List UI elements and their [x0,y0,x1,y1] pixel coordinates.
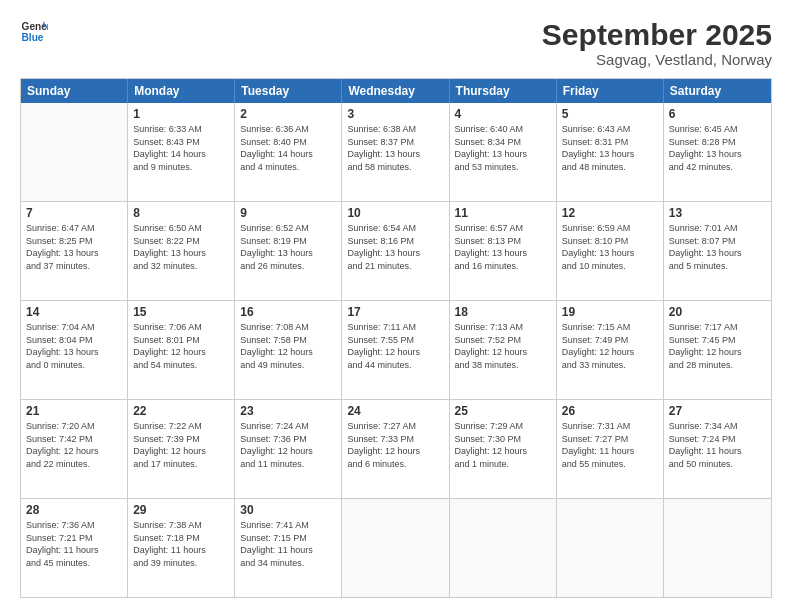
day-number: 9 [240,206,336,220]
sunset-text: Sunset: 8:04 PM [26,334,122,347]
day-cell-9: 9Sunrise: 6:52 AMSunset: 8:19 PMDaylight… [235,202,342,300]
header-day-saturday: Saturday [664,79,771,103]
day-number: 15 [133,305,229,319]
day-number: 23 [240,404,336,418]
day-cell-3: 3Sunrise: 6:38 AMSunset: 8:37 PMDaylight… [342,103,449,201]
subtitle: Sagvag, Vestland, Norway [542,51,772,68]
daylight-text-2: and 17 minutes. [133,458,229,471]
sunset-text: Sunset: 7:30 PM [455,433,551,446]
sunset-text: Sunset: 8:37 PM [347,136,443,149]
sunrise-text: Sunrise: 6:43 AM [562,123,658,136]
sunrise-text: Sunrise: 7:34 AM [669,420,766,433]
sunrise-text: Sunrise: 6:47 AM [26,222,122,235]
day-cell-1: 1Sunrise: 6:33 AMSunset: 8:43 PMDaylight… [128,103,235,201]
day-number: 7 [26,206,122,220]
sunrise-text: Sunrise: 7:24 AM [240,420,336,433]
daylight-text: Daylight: 11 hours [562,445,658,458]
sunset-text: Sunset: 8:16 PM [347,235,443,248]
sunset-text: Sunset: 8:34 PM [455,136,551,149]
sunrise-text: Sunrise: 7:01 AM [669,222,766,235]
sunrise-text: Sunrise: 6:38 AM [347,123,443,136]
day-number: 29 [133,503,229,517]
header-day-wednesday: Wednesday [342,79,449,103]
daylight-text-2: and 0 minutes. [26,359,122,372]
sunrise-text: Sunrise: 6:40 AM [455,123,551,136]
daylight-text: Daylight: 11 hours [26,544,122,557]
daylight-text-2: and 53 minutes. [455,161,551,174]
daylight-text-2: and 5 minutes. [669,260,766,273]
day-cell-12: 12Sunrise: 6:59 AMSunset: 8:10 PMDayligh… [557,202,664,300]
daylight-text-2: and 37 minutes. [26,260,122,273]
sunset-text: Sunset: 7:36 PM [240,433,336,446]
sunrise-text: Sunrise: 7:36 AM [26,519,122,532]
day-cell-17: 17Sunrise: 7:11 AMSunset: 7:55 PMDayligh… [342,301,449,399]
calendar: SundayMondayTuesdayWednesdayThursdayFrid… [20,78,772,598]
header-day-sunday: Sunday [21,79,128,103]
sunrise-text: Sunrise: 7:22 AM [133,420,229,433]
sunrise-text: Sunrise: 7:13 AM [455,321,551,334]
daylight-text-2: and 6 minutes. [347,458,443,471]
sunset-text: Sunset: 8:40 PM [240,136,336,149]
day-number: 6 [669,107,766,121]
day-cell-10: 10Sunrise: 6:54 AMSunset: 8:16 PMDayligh… [342,202,449,300]
daylight-text-2: and 42 minutes. [669,161,766,174]
day-number: 18 [455,305,551,319]
daylight-text: Daylight: 13 hours [133,247,229,260]
daylight-text: Daylight: 12 hours [562,346,658,359]
header-day-monday: Monday [128,79,235,103]
daylight-text-2: and 38 minutes. [455,359,551,372]
sunrise-text: Sunrise: 7:11 AM [347,321,443,334]
daylight-text-2: and 22 minutes. [26,458,122,471]
empty-cell [342,499,449,597]
day-number: 12 [562,206,658,220]
daylight-text: Daylight: 11 hours [669,445,766,458]
week-row-2: 7Sunrise: 6:47 AMSunset: 8:25 PMDaylight… [21,201,771,300]
sunset-text: Sunset: 8:01 PM [133,334,229,347]
sunrise-text: Sunrise: 6:59 AM [562,222,658,235]
sunset-text: Sunset: 8:22 PM [133,235,229,248]
daylight-text-2: and 58 minutes. [347,161,443,174]
daylight-text: Daylight: 13 hours [455,247,551,260]
sunrise-text: Sunrise: 6:36 AM [240,123,336,136]
week-row-5: 28Sunrise: 7:36 AMSunset: 7:21 PMDayligh… [21,498,771,597]
day-cell-4: 4Sunrise: 6:40 AMSunset: 8:34 PMDaylight… [450,103,557,201]
sunrise-text: Sunrise: 7:29 AM [455,420,551,433]
svg-text:Blue: Blue [22,32,44,43]
sunrise-text: Sunrise: 7:27 AM [347,420,443,433]
daylight-text: Daylight: 13 hours [26,247,122,260]
day-cell-25: 25Sunrise: 7:29 AMSunset: 7:30 PMDayligh… [450,400,557,498]
day-cell-2: 2Sunrise: 6:36 AMSunset: 8:40 PMDaylight… [235,103,342,201]
daylight-text: Daylight: 12 hours [455,445,551,458]
sunset-text: Sunset: 7:45 PM [669,334,766,347]
daylight-text: Daylight: 12 hours [347,346,443,359]
daylight-text-2: and 48 minutes. [562,161,658,174]
day-number: 22 [133,404,229,418]
sunrise-text: Sunrise: 6:33 AM [133,123,229,136]
day-cell-30: 30Sunrise: 7:41 AMSunset: 7:15 PMDayligh… [235,499,342,597]
daylight-text-2: and 26 minutes. [240,260,336,273]
daylight-text: Daylight: 13 hours [240,247,336,260]
sunset-text: Sunset: 7:18 PM [133,532,229,545]
day-number: 20 [669,305,766,319]
day-number: 16 [240,305,336,319]
daylight-text-2: and 50 minutes. [669,458,766,471]
daylight-text-2: and 16 minutes. [455,260,551,273]
daylight-text: Daylight: 13 hours [347,247,443,260]
daylight-text: Daylight: 11 hours [240,544,336,557]
daylight-text: Daylight: 12 hours [669,346,766,359]
daylight-text-2: and 54 minutes. [133,359,229,372]
daylight-text: Daylight: 13 hours [455,148,551,161]
title-block: September 2025 Sagvag, Vestland, Norway [542,18,772,68]
daylight-text: Daylight: 13 hours [562,148,658,161]
day-number: 1 [133,107,229,121]
daylight-text-2: and 39 minutes. [133,557,229,570]
daylight-text-2: and 10 minutes. [562,260,658,273]
day-number: 26 [562,404,658,418]
sunrise-text: Sunrise: 7:31 AM [562,420,658,433]
day-cell-6: 6Sunrise: 6:45 AMSunset: 8:28 PMDaylight… [664,103,771,201]
daylight-text-2: and 34 minutes. [240,557,336,570]
day-cell-18: 18Sunrise: 7:13 AMSunset: 7:52 PMDayligh… [450,301,557,399]
sunrise-text: Sunrise: 7:08 AM [240,321,336,334]
day-number: 27 [669,404,766,418]
day-cell-16: 16Sunrise: 7:08 AMSunset: 7:58 PMDayligh… [235,301,342,399]
